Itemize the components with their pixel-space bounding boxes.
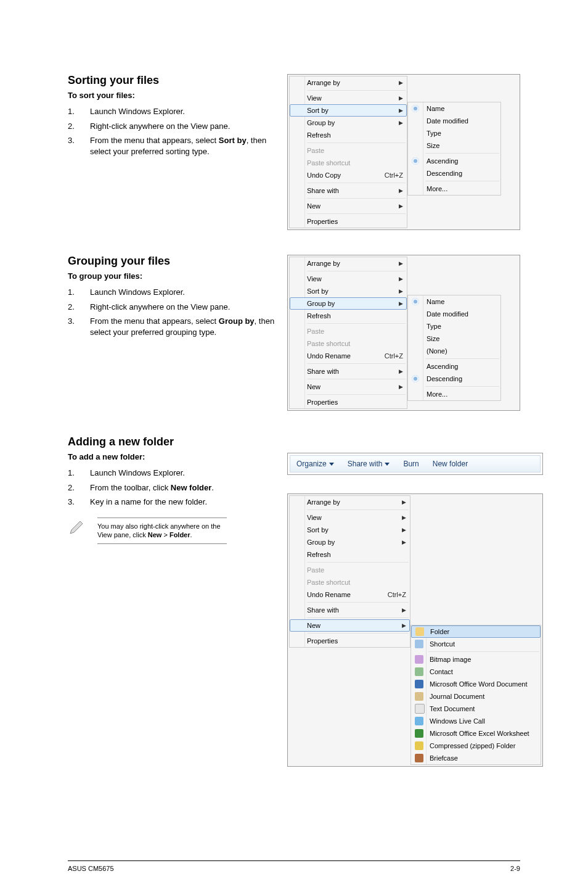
new-excel[interactable]: Microsoft Office Excel Worksheet [411, 727, 541, 740]
menu-new[interactable]: New▶ [290, 200, 407, 212]
grouping-section: Grouping your files To group your files:… [68, 255, 520, 411]
menu-share[interactable]: Share with▶ [290, 365, 407, 377]
sort-heading: Sorting your files [68, 74, 277, 87]
group-desc[interactable]: Descending [408, 373, 500, 385]
toolbar-burn[interactable]: Burn [403, 460, 419, 468]
new-folder[interactable]: Folder [411, 625, 541, 638]
sort-step1: Launch Windows Explorer. [90, 106, 277, 117]
add-step2: From the toolbar, click New folder. [90, 482, 277, 493]
menu-undo[interactable]: Undo CopyCtrl+Z [290, 169, 407, 181]
menu-refresh[interactable]: Refresh [290, 548, 410, 561]
menu-groupby[interactable]: Group by▶ [290, 117, 407, 129]
folder-icon [415, 627, 424, 636]
sort-sub: To sort your files: [68, 91, 277, 100]
sort-desc[interactable]: Descending [408, 167, 500, 179]
page-footer: ASUS CM5675 2-9 [68, 860, 520, 872]
menu-props[interactable]: Properties [290, 635, 410, 647]
menu-new[interactable]: New▶ [290, 619, 410, 632]
text-icon [415, 704, 425, 714]
add-folder-section: Adding a new folder To add a new folder:… [68, 435, 520, 767]
group-step3: From the menu that appears, select Group… [90, 316, 277, 337]
menu-view[interactable]: View▶ [290, 92, 407, 104]
menu-groupby[interactable]: Group by▶ [290, 297, 407, 310]
zip-icon [415, 741, 423, 750]
menu-paste-shortcut: Paste shortcut [290, 157, 407, 169]
explorer-toolbar-screenshot: Organize Share with Burn New folder [287, 453, 543, 475]
menu-refresh[interactable]: Refresh [290, 310, 407, 322]
sort-more[interactable]: More... [408, 183, 500, 195]
journal-icon [415, 692, 423, 701]
note-block: You may also right-click anywhere on the… [68, 518, 277, 545]
menu-sortby[interactable]: Sort by▶ [290, 104, 407, 117]
group-type[interactable]: Type [408, 320, 500, 332]
menu-new[interactable]: New▶ [290, 381, 407, 393]
menu-arrange[interactable]: Arrange by▶ [290, 76, 407, 89]
group-more[interactable]: More... [408, 388, 500, 400]
menu-refresh[interactable]: Refresh [290, 129, 407, 141]
sort-step3: From the menu that appears, select Sort … [90, 135, 277, 157]
group-name[interactable]: Name [408, 295, 500, 308]
toolbar-share[interactable]: Share with [348, 460, 390, 468]
menu-arrange[interactable]: Arrange by▶ [290, 257, 407, 270]
group-step2: Right-click anywhere on the View pane. [90, 302, 277, 313]
add-heading: Adding a new folder [68, 435, 277, 448]
toolbar-organize[interactable]: Organize [296, 460, 334, 468]
group-menu-screenshot: Arrange by▶ View▶ Sort by▶ Group by▶ Ref… [287, 255, 520, 411]
dropdown-icon [385, 463, 390, 466]
group-size[interactable]: Size [408, 332, 500, 345]
sort-asc[interactable]: Ascending [408, 155, 500, 167]
menu-share[interactable]: Share with▶ [290, 604, 410, 616]
radio-check-icon [412, 157, 419, 165]
pencil-icon [68, 518, 86, 536]
new-text[interactable]: Text Document [411, 703, 541, 715]
radio-check-icon [412, 105, 419, 112]
menu-view[interactable]: View▶ [290, 511, 410, 524]
new-folder-menu-screenshot: Arrange by▶ View▶ Sort by▶ Group by▶ Ref… [287, 493, 543, 767]
add-sub: To add a new folder: [68, 452, 277, 461]
note-text: You may also right-click anywhere on the… [97, 518, 227, 545]
menu-paste: Paste [290, 325, 407, 337]
new-contact[interactable]: Contact [411, 666, 541, 678]
menu-sortby[interactable]: Sort by▶ [290, 285, 407, 297]
sort-name[interactable]: Name [408, 102, 500, 115]
menu-props[interactable]: Properties [290, 215, 407, 228]
group-heading: Grouping your files [68, 255, 277, 268]
new-bitmap[interactable]: Bitmap image [411, 653, 541, 666]
menu-share[interactable]: Share with▶ [290, 184, 407, 197]
group-sub: To group your files: [68, 271, 277, 281]
live-icon [415, 717, 423, 725]
contact-icon [415, 667, 423, 676]
menu-undo[interactable]: Undo RenameCtrl+Z [290, 588, 410, 601]
group-step1: Launch Windows Explorer. [90, 287, 277, 298]
bitmap-icon [415, 655, 423, 664]
group-date[interactable]: Date modified [408, 308, 500, 320]
menu-groupby[interactable]: Group by▶ [290, 536, 410, 548]
footer-left: ASUS CM5675 [68, 865, 114, 872]
menu-view[interactable]: View▶ [290, 273, 407, 285]
sort-date[interactable]: Date modified [408, 115, 500, 127]
menu-undo[interactable]: Undo RenameCtrl+Z [290, 350, 407, 362]
menu-sortby[interactable]: Sort by▶ [290, 524, 410, 536]
new-shortcut[interactable]: Shortcut [411, 638, 541, 650]
excel-icon [415, 729, 423, 738]
new-live[interactable]: Windows Live Call [411, 715, 541, 727]
sort-menu-screenshot: Arrange by▶ View▶ Sort by▶ Group by▶ Ref… [287, 74, 520, 230]
briefcase-icon [415, 754, 423, 762]
menu-paste-shortcut: Paste shortcut [290, 337, 407, 350]
group-none[interactable]: (None) [408, 345, 500, 357]
sort-type[interactable]: Type [408, 127, 500, 139]
menu-props[interactable]: Properties [290, 396, 407, 408]
menu-arrange[interactable]: Arrange by▶ [290, 496, 410, 508]
new-word[interactable]: Microsoft Office Word Document [411, 678, 541, 690]
sorting-section: Sorting your files To sort your files: 1… [68, 74, 520, 230]
add-step1: Launch Windows Explorer. [90, 468, 277, 479]
new-zip[interactable]: Compressed (zipped) Folder [411, 740, 541, 752]
new-briefcase[interactable]: Briefcase [411, 752, 541, 764]
group-asc[interactable]: Ascending [408, 360, 500, 373]
shortcut-icon [415, 640, 423, 648]
toolbar-newfolder[interactable]: New folder [433, 460, 468, 468]
footer-right: 2-9 [510, 865, 520, 872]
dropdown-icon [329, 463, 334, 466]
new-journal[interactable]: Journal Document [411, 690, 541, 703]
sort-size[interactable]: Size [408, 139, 500, 152]
